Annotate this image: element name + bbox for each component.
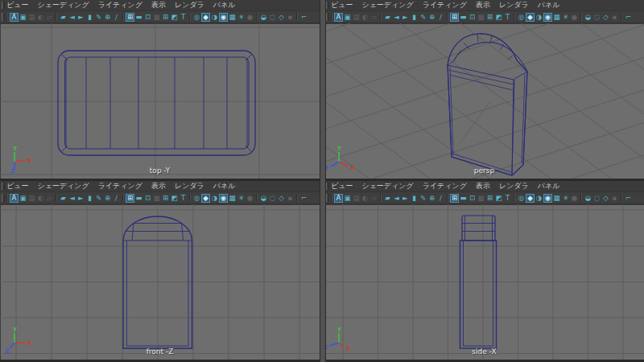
shadows-icon[interactable]: ● — [570, 194, 579, 203]
menu-item-4[interactable]: レンダラ — [175, 181, 204, 191]
gate-mask-icon[interactable]: ▩ — [477, 194, 485, 203]
bookmark-view-icon[interactable]: ▮ — [85, 13, 94, 22]
annotate-icon[interactable]: ∕ — [436, 13, 445, 22]
use-default-material-icon[interactable]: ◉ — [219, 194, 228, 203]
grease-pencil-icon[interactable]: ✎ — [94, 194, 103, 203]
menu-item-2[interactable]: ライティング — [98, 0, 142, 10]
menu-item-2[interactable]: ライティング — [423, 181, 467, 191]
camera-filter-icon[interactable]: ▱ — [369, 194, 378, 203]
image-plane-icon[interactable]: ▤ — [352, 13, 361, 22]
smooth-shade-icon[interactable]: ◆ — [201, 194, 210, 203]
use-default-material-icon[interactable]: ◉ — [543, 13, 552, 22]
resolution-gate-icon[interactable]: ⊡ — [468, 13, 477, 22]
previous-view-icon[interactable]: ◄ — [68, 13, 76, 22]
menu-item-0[interactable]: ビュー — [6, 0, 28, 10]
pan-zoom-icon[interactable]: ⊕ — [427, 194, 436, 203]
menu-item-0[interactable]: ビュー — [6, 181, 28, 191]
previous-view-icon[interactable]: ◄ — [392, 13, 401, 22]
menu-item-5[interactable]: パネル — [538, 0, 560, 10]
tear-off-panel-icon[interactable]: ⌐ — [299, 13, 308, 22]
depth-of-field-icon[interactable]: ◌ — [268, 194, 277, 203]
menu-item-5[interactable]: パネル — [538, 181, 560, 191]
default-lighting-icon[interactable]: ✳ — [237, 194, 246, 203]
xray-icon[interactable]: ▦ — [552, 13, 561, 22]
camera-icon[interactable]: ▰ — [59, 13, 68, 22]
isolate-select-icon[interactable]: ◒ — [584, 13, 592, 22]
grid-icon[interactable]: ⊞ — [450, 13, 459, 22]
film-gate-icon[interactable]: ▬ — [134, 13, 143, 22]
lock-camera-icon[interactable]: ▣ — [19, 13, 27, 22]
smooth-shade-icon[interactable]: ◆ — [201, 13, 210, 22]
bookmark-view-icon[interactable]: ▮ — [410, 194, 419, 203]
grid-icon[interactable]: ⊞ — [126, 194, 134, 203]
grease-pencil-icon[interactable]: ✎ — [419, 13, 427, 22]
menu-item-1[interactable]: シェーディング — [361, 0, 413, 10]
model-persp-view[interactable] — [448, 34, 527, 175]
multisample-icon[interactable]: ◇ — [277, 194, 286, 203]
multisample-icon[interactable]: ◇ — [277, 13, 286, 22]
menu-item-0[interactable]: ビュー — [331, 0, 353, 10]
lock-camera-icon[interactable]: ▣ — [19, 194, 27, 203]
menu-item-3[interactable]: 表示 — [476, 0, 490, 10]
textured-icon[interactable]: ◑ — [210, 13, 219, 22]
smooth-shade-icon[interactable]: ◆ — [526, 13, 535, 22]
lock-camera-icon[interactable]: ▣ — [343, 194, 352, 203]
resolution-gate-icon[interactable]: ⊡ — [143, 13, 152, 22]
menu-item-1[interactable]: シェーディング — [361, 181, 413, 191]
gate-mask-icon[interactable]: ▩ — [152, 13, 161, 22]
tear-off-panel-icon[interactable]: ⌐ — [299, 194, 308, 203]
safe-action-icon[interactable]: ◩ — [494, 194, 503, 203]
safe-action-icon[interactable]: ◩ — [170, 13, 179, 22]
multisample-icon[interactable]: ◇ — [601, 194, 610, 203]
camera-icon[interactable]: ▰ — [59, 194, 68, 203]
menu-item-2[interactable]: ライティング — [423, 0, 467, 10]
model-top-view[interactable] — [58, 51, 255, 155]
select-camera-attributes-icon[interactable]: A — [10, 13, 19, 22]
stereo-camera-icon[interactable]: ◐ — [36, 13, 45, 22]
grease-pencil-icon[interactable]: ✎ — [419, 194, 427, 203]
stereo-camera-icon[interactable]: ◐ — [361, 13, 369, 22]
camera-filter-icon[interactable]: ▱ — [45, 194, 54, 203]
film-gate-icon[interactable]: ▬ — [459, 13, 468, 22]
stereo-camera-icon[interactable]: ◐ — [361, 194, 369, 203]
safe-title-icon[interactable]: T — [179, 194, 188, 203]
default-lighting-icon[interactable]: ✳ — [237, 13, 246, 22]
tear-off-panel-icon[interactable]: ⌐ — [624, 194, 633, 203]
menu-item-5[interactable]: パネル — [213, 181, 236, 191]
resolution-gate-icon[interactable]: ⊡ — [468, 194, 477, 203]
menu-item-3[interactable]: 表示 — [151, 181, 166, 191]
textured-icon[interactable]: ◑ — [535, 194, 543, 203]
viewport-side[interactable]: XYZ side -X — [324, 204, 644, 360]
menu-item-3[interactable]: 表示 — [151, 0, 166, 10]
grid-icon[interactable]: ⊞ — [126, 13, 134, 22]
safe-title-icon[interactable]: T — [179, 13, 188, 22]
isolate-select-icon[interactable]: ◒ — [584, 194, 592, 203]
select-camera-attributes-icon[interactable]: A — [10, 194, 19, 203]
next-view-icon[interactable]: ► — [76, 194, 85, 203]
stereo-camera-icon[interactable]: ◐ — [36, 194, 45, 203]
wireframe-icon[interactable]: ◎ — [517, 194, 526, 203]
isolate-select-icon[interactable]: ◒ — [259, 194, 268, 203]
lock-camera-icon[interactable]: ▣ — [343, 13, 352, 22]
grid-icon[interactable]: ⊞ — [450, 194, 459, 203]
bookmark-view-icon[interactable]: ▮ — [85, 194, 94, 203]
textured-icon[interactable]: ◑ — [210, 194, 219, 203]
tear-off-panel-icon[interactable]: ⌐ — [624, 13, 633, 22]
field-chart-icon[interactable]: ⊞ — [485, 194, 494, 203]
viewport-top[interactable]: XYZ top -Y — [0, 23, 320, 179]
menu-item-5[interactable]: パネル — [213, 0, 236, 10]
camera-filter-icon[interactable]: ▱ — [369, 13, 378, 22]
camera-filter-icon[interactable]: ▱ — [45, 13, 54, 22]
image-plane-icon[interactable]: ▤ — [27, 194, 36, 203]
safe-title-icon[interactable]: T — [503, 194, 512, 203]
menu-item-3[interactable]: 表示 — [476, 181, 490, 191]
textured-icon[interactable]: ◑ — [535, 13, 543, 22]
annotate-icon[interactable]: ∕ — [112, 13, 121, 22]
menu-item-1[interactable]: シェーディング — [37, 0, 89, 10]
depth-of-field-icon[interactable]: ◌ — [592, 194, 601, 203]
select-camera-attributes-icon[interactable]: A — [334, 13, 343, 22]
motion-blur-icon[interactable]: ▪ — [610, 13, 619, 22]
default-lighting-icon[interactable]: ✳ — [561, 13, 570, 22]
xray-icon[interactable]: ▦ — [552, 194, 561, 203]
previous-view-icon[interactable]: ◄ — [68, 194, 76, 203]
